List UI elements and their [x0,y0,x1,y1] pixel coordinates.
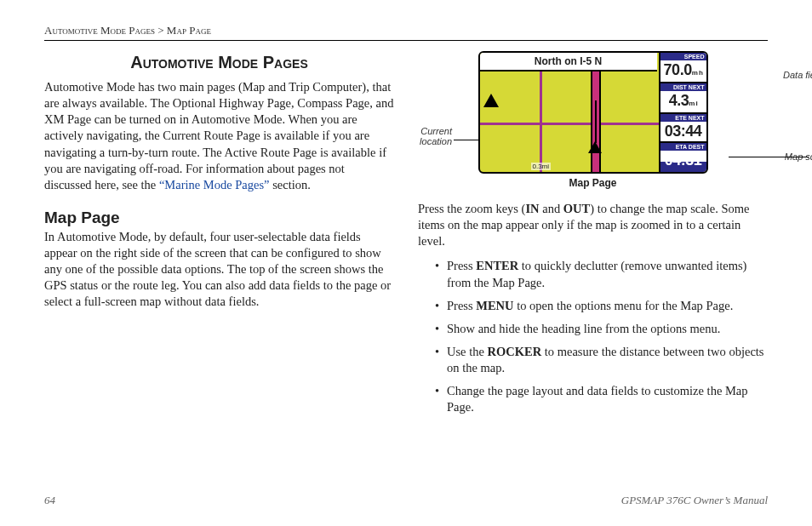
key-in: IN [525,202,539,215]
data-field-value: 03:44 [660,122,706,140]
page-title: Automotive Mode Pages [44,53,394,72]
data-field-unit: m i [689,100,697,107]
breadcrumb-part-2: Map Page [167,24,211,37]
breadcrumb-part-1: Automotive Mode Pages [44,24,155,37]
page-footer: 64 GPSMAP 376C Owner’s Manual [44,494,768,507]
map-scale-readout: 0.3mi [531,163,552,170]
annotation-current-location: Current location [401,126,452,146]
data-field-ete-next: ETE NEXT 03:44 [659,114,706,143]
data-field-label: SPEED [660,53,706,60]
data-field-value: 70.0 [664,61,692,78]
map-road [480,123,659,125]
data-field-label: ETE NEXT [660,114,706,122]
data-field-value: 4.3 [669,92,689,109]
north-pointer-icon [483,94,499,107]
breadcrumb: Automotive Mode Pages > Map Page [44,24,768,41]
left-column: Automotive Mode Pages Automotive Mode ha… [44,49,394,422]
zoom-text-pre: Press the zoom keys ( [418,202,525,215]
map-area: 0.3mi [480,71,659,172]
list-item: Show and hide the heading line from the … [435,321,768,337]
key-rocker: ROCKER [488,345,542,358]
data-field-speed: SPEED 70.0m h [659,53,706,83]
marine-mode-link[interactable]: “Marine Mode Pages” [159,178,270,192]
list-item: Press MENU to open the options menu for … [435,298,768,314]
data-field-label: ETA DEST [660,143,706,151]
key-enter: ENTER [476,259,518,272]
heading-line [595,100,597,143]
zoom-text-mid: and [540,202,563,215]
right-column: Current location Data fields Map scale N… [418,49,768,422]
map-road [540,71,542,172]
key-out: OUT [563,202,590,215]
section-heading-map-page: Map Page [44,209,394,227]
data-field-eta-dest: ETA DEST 04:31P M [659,143,706,174]
li-text: Press [447,299,476,312]
intro-paragraph: Automotive Mode has two main pages (Map … [44,79,394,193]
zoom-paragraph: Press the zoom keys (IN and OUT) to chan… [418,201,768,249]
list-item: Change the page layout and data fields t… [435,383,768,415]
data-field-dist-next: DIST NEXT 4.3m i [659,83,706,114]
current-position-icon [588,141,602,153]
data-field-value: 04:31 [665,152,702,169]
intro-text-post: section. [270,178,311,192]
data-field-label: DIST NEXT [660,83,706,91]
list-item: Press ENTER to quickly declutter (remove… [435,258,768,290]
instruction-list: Press ENTER to quickly declutter (remove… [435,258,768,415]
manual-page: Automotive Mode Pages > Map Page Automot… [0,0,812,526]
gps-screenshot: North on I-5 N 0.3mi SPEED 70.0m h [478,51,708,174]
map-page-paragraph: In Automotive Mode, by default, four use… [44,229,394,311]
figure-caption: Map Page [418,177,768,189]
intro-text-pre: Automotive Mode has two main pages (Map … [44,80,393,192]
document-title: GPSMAP 376C Owner’s Manual [621,494,768,507]
map-page-figure: Current location Data fields Map scale N… [418,51,768,189]
page-number: 64 [44,494,55,507]
annotation-data-fields: Data fields [783,70,812,80]
key-menu: MENU [476,299,513,312]
li-text: Press [447,259,476,272]
li-text: to open the options menu for the Map Pag… [514,299,734,312]
leader-line [729,157,809,157]
li-text: Use the [447,345,488,358]
breadcrumb-separator: > [157,24,163,37]
data-field-unit: m h [692,70,703,77]
route-leg-bar: North on I-5 N [480,53,657,71]
list-item: Use the ROCKER to measure the distance b… [435,344,768,376]
